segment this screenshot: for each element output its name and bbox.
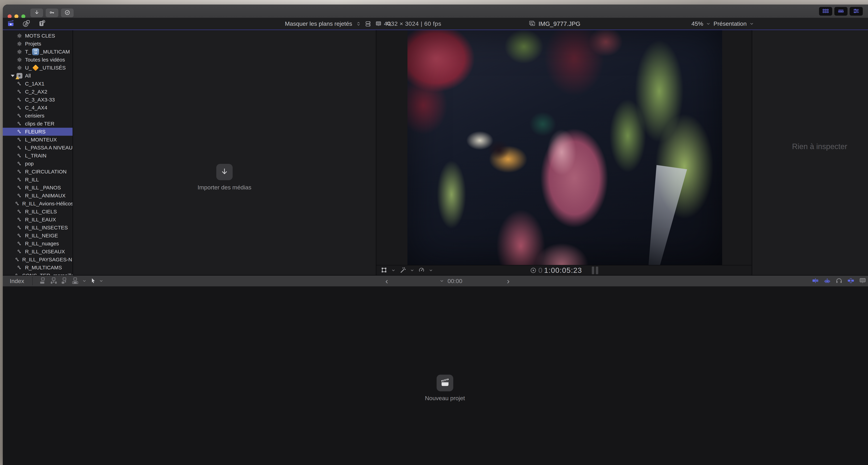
transform-icon[interactable] [380, 267, 388, 274]
sidebar-item-label: L_PASSA A NIVEAU [25, 145, 72, 151]
inspector-toggle-button[interactable] [849, 7, 863, 16]
filter-dropdown[interactable]: Masquer les plans rejetés [285, 20, 352, 27]
tab-photos-audio[interactable] [22, 20, 31, 28]
previous-item-button[interactable]: ‹ [385, 275, 388, 286]
sidebar-item[interactable]: ★ R_ILL _PANOS [3, 184, 72, 192]
desktop: Masquer les plans rejetés 4032 × 3024 | … [0, 0, 868, 465]
keyword-icon [16, 120, 23, 128]
sidebar-item[interactable]: ★ C_3_AX3-33 [3, 96, 72, 104]
sidebar-item[interactable]: ★ R_ILL_Avions-Hélicos [3, 200, 72, 208]
clip-appearance-icon[interactable] [365, 21, 371, 27]
sidebar-item[interactable]: ★ cerisiers [3, 112, 72, 120]
clip-format-info: 4032 × 3024 | 60 fps [384, 18, 441, 30]
tab-titles-generators[interactable] [38, 20, 46, 28]
sidebar-item-label: R_ILL_CIELS [25, 209, 57, 214]
keyword-icon [16, 176, 23, 184]
arrow-cursor-icon [90, 277, 96, 285]
sidebar-item[interactable]: ★ MOTS CLES [3, 32, 72, 40]
enhance-wand-icon[interactable] [399, 267, 406, 274]
sidebar-item[interactable]: ★ C_4_AX4 [3, 104, 72, 112]
timeline-clock[interactable]: 00:00 [439, 275, 462, 286]
keyword-icon [16, 128, 23, 136]
sidebar-item[interactable]: ★ L_TRAIN [3, 152, 72, 160]
solo-headphones-icon[interactable] [835, 277, 843, 285]
overwrite-edit-icon[interactable] [71, 277, 79, 285]
sidebar-item[interactable]: ★ R_ILL_CIELS [3, 208, 72, 216]
browser-layout-button[interactable] [819, 7, 832, 16]
chevron-down-icon[interactable] [410, 268, 414, 272]
audio-meters-icon[interactable] [592, 267, 598, 274]
sidebar-item[interactable]: ★ R_ILL_PAYSAGES-N... [3, 256, 72, 264]
snapping-icon[interactable] [847, 277, 855, 285]
timeline-layout-button[interactable] [834, 7, 847, 16]
viewer-filename: IMG_9777.JPG [538, 20, 580, 27]
filmstrip-icon[interactable] [375, 21, 381, 27]
sidebar-item[interactable]: ★ C_1AX1 [3, 80, 72, 88]
sidebar-item[interactable]: ★ R_CIRCULATION [3, 168, 72, 176]
sidebar-item[interactable]: ★ All [3, 72, 72, 80]
keyword-icon [16, 224, 23, 232]
tab-videos[interactable] [7, 20, 15, 28]
sidebar-item[interactable]: ★ T_1234_MULTICAM [3, 48, 72, 56]
inspector-empty-message: Rien à inspecter [752, 142, 868, 151]
check-circle-icon [64, 9, 70, 16]
chevron-down-icon[interactable] [82, 279, 87, 283]
orange-diamond-icon [32, 65, 39, 71]
timeline-area[interactable]: Nouveau projet [3, 286, 868, 465]
append-edit-icon[interactable] [61, 277, 68, 285]
sidebar-item[interactable]: ★ U__UTILISÉS [3, 64, 72, 72]
sidebar-item-label: R_ILL [25, 177, 39, 183]
timecode-display[interactable]: 0 1:00:05:23 [530, 265, 598, 275]
chevron-updown-icon[interactable] [356, 22, 361, 26]
retime-icon[interactable] [418, 267, 425, 274]
sidebar-item[interactable]: ★ R_ILL_EAUX [3, 216, 72, 224]
sidebar-item-label: C_3_AX3-33 [25, 97, 55, 103]
sidebar-item[interactable]: ★ FLEURS [3, 128, 72, 136]
sidebar-item[interactable]: ★ L_MONTEUX [3, 136, 72, 144]
import-media-big-button[interactable] [216, 164, 232, 180]
sidebar-item[interactable]: ★ Toutes les vidéos [3, 56, 72, 64]
titlebar[interactable] [3, 4, 868, 18]
disclosure-triangle-icon[interactable] [11, 72, 16, 80]
keyword-icon [16, 216, 23, 224]
sidebar-item-label: R_ILL_nuages [25, 241, 59, 246]
connect-edit-icon[interactable] [39, 277, 47, 285]
sidebar-item[interactable]: ★ Projets [3, 40, 72, 48]
sidebar-item[interactable]: ★ pop [3, 160, 72, 168]
sidebar-item[interactable]: ★ R_ILL_NEIGE [3, 232, 72, 240]
keyword-editor-button[interactable] [45, 8, 58, 17]
chevron-down-icon [749, 22, 754, 26]
chevron-down-icon[interactable] [391, 268, 396, 272]
import-media-button[interactable] [30, 8, 43, 17]
next-item-button[interactable]: › [507, 275, 509, 286]
sidebar-item[interactable]: ★ R_ILL_nuages [3, 240, 72, 248]
tool-selector[interactable] [90, 275, 103, 286]
sidebar-item[interactable]: ★ R_ILL [3, 176, 72, 184]
sidebar-item[interactable]: ★ clips de TER [3, 120, 72, 128]
viewer-view-dropdown[interactable]: Présentation [713, 18, 754, 30]
insert-edit-icon[interactable] [50, 277, 58, 285]
clip-appearance-icon[interactable] [859, 277, 866, 285]
sidebar-item[interactable]: ★ R_ILL_ANIMAUX [3, 192, 72, 200]
sidebar-item[interactable]: ★ R_MULTICAMS [3, 264, 72, 271]
keyword-icon [16, 248, 23, 256]
timeline-strip-icon [838, 8, 844, 14]
sidebar-item-label: pop [25, 161, 34, 167]
index-button[interactable]: Index [10, 275, 24, 286]
viewer-zoom-dropdown[interactable]: 45% [691, 18, 711, 30]
sidebar-item[interactable]: ★ SONS_TER_marseille2 [3, 271, 72, 275]
sidebar-item[interactable]: ★ MU [3, 30, 72, 32]
skimming-icon[interactable] [812, 277, 819, 285]
background-tasks-button[interactable] [61, 8, 73, 17]
grid-icon [823, 8, 829, 14]
keyword-icon [16, 240, 23, 248]
audio-skimming-icon[interactable] [824, 277, 831, 285]
chevron-down-icon[interactable] [429, 268, 433, 272]
sidebar-item[interactable]: ★ R_ILL_OISEAUX [3, 248, 72, 256]
sidebar-item[interactable]: ★ L_PASSA A NIVEAU [3, 144, 72, 152]
sidebar-item[interactable]: ★ C_2_AX2 [3, 88, 72, 96]
new-project-button[interactable] [437, 375, 453, 391]
titles-icon [38, 20, 46, 28]
smart-collection-icon [16, 48, 23, 56]
sidebar-item[interactable]: ★ R_ILL_INSECTES [3, 224, 72, 232]
